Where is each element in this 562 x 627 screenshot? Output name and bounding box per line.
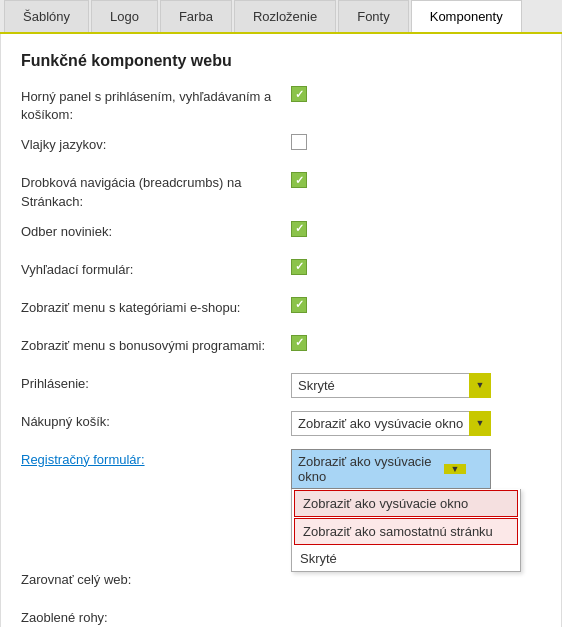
- checkbox-vyhladaci[interactable]: [291, 259, 307, 275]
- control-horny-panel: [291, 86, 541, 102]
- checkbox-menu-kategorie[interactable]: [291, 297, 307, 313]
- label-odber: Odber noviniek:: [21, 221, 291, 241]
- control-nakupny-kosik: SkrytéZobraziť ako vysúvacie oknoZobrazi…: [291, 411, 541, 436]
- dropdown-list-registracny: Zobraziť ako vysúvacie okno Zobraziť ako…: [291, 489, 521, 572]
- row-prihlasenie: Prihlásenie: SkrytéZobraziť ako vysúvaci…: [21, 373, 541, 401]
- label-drobkova: Drobková navigácia (breadcrumbs) na Strá…: [21, 172, 291, 210]
- label-prihlasenie: Prihlásenie:: [21, 373, 291, 393]
- checkbox-odber[interactable]: [291, 221, 307, 237]
- control-prihlasenie: SkrytéZobraziť ako vysúvacie oknoZobrazi…: [291, 373, 541, 398]
- label-horny-panel: Horný panel s prihlásením, vyhľadávaním …: [21, 86, 291, 124]
- label-vlajky: Vlajky jazykov:: [21, 134, 291, 154]
- control-vlajky: [291, 134, 541, 150]
- label-nakupny-kosik: Nákupný košík:: [21, 411, 291, 431]
- row-menu-bonusovy: Zobraziť menu s bonusovými programami:: [21, 335, 541, 363]
- checkbox-menu-bonusovy[interactable]: [291, 335, 307, 351]
- control-menu-kategorie: [291, 297, 541, 313]
- label-zarovnat: Zarovnať celý web:: [21, 569, 291, 589]
- select-kosik[interactable]: SkrytéZobraziť ako vysúvacie oknoZobrazi…: [291, 411, 491, 436]
- dropdown-arrow-registracny[interactable]: [444, 464, 466, 474]
- row-horny-panel: Horný panel s prihlásením, vyhľadávaním …: [21, 86, 541, 124]
- label-registracny[interactable]: Registračný formulár:: [21, 449, 291, 469]
- select-wrapper-kosik: SkrytéZobraziť ako vysúvacie oknoZobrazi…: [291, 411, 491, 436]
- tab-sablony[interactable]: Šablóny: [4, 0, 89, 32]
- tab-rozlozenie[interactable]: Rozloženie: [234, 0, 336, 32]
- tab-logo[interactable]: Logo: [91, 0, 158, 32]
- control-registracny: Zobraziť ako vysúvacie okno Zobraziť ako…: [291, 449, 541, 489]
- row-drobkova: Drobková navigácia (breadcrumbs) na Strá…: [21, 172, 541, 210]
- content-area: Funkčné komponenty webu Horný panel s pr…: [0, 34, 562, 627]
- dropdown-open-container-registracny: Zobraziť ako vysúvacie okno Zobraziť ako…: [291, 449, 491, 489]
- page-title: Funkčné komponenty webu: [21, 52, 541, 70]
- control-drobkova: [291, 172, 541, 188]
- row-registracny: Registračný formulár: Zobraziť ako vysúv…: [21, 449, 541, 489]
- select-wrapper-prihlasenie: SkrytéZobraziť ako vysúvacie oknoZobrazi…: [291, 373, 491, 398]
- checkbox-drobkova[interactable]: [291, 172, 307, 188]
- checkbox-horny-panel[interactable]: [291, 86, 307, 102]
- label-menu-kategorie: Zobraziť menu s kategóriami e-shopu:: [21, 297, 291, 317]
- row-menu-kategorie: Zobraziť menu s kategóriami e-shopu:: [21, 297, 541, 325]
- select-prihlasenie[interactable]: SkrytéZobraziť ako vysúvacie oknoZobrazi…: [291, 373, 491, 398]
- control-vyhladaci: [291, 259, 541, 275]
- tab-bar: Šablóny Logo Farba Rozloženie Fonty Komp…: [0, 0, 562, 34]
- tab-fonty[interactable]: Fonty: [338, 0, 409, 32]
- dropdown-selected-registracny[interactable]: Zobraziť ako vysúvacie okno: [291, 449, 491, 489]
- label-vyhladaci: Vyhľadací formulár:: [21, 259, 291, 279]
- row-nakupny-kosik: Nákupný košík: SkrytéZobraziť ako vysúva…: [21, 411, 541, 439]
- control-menu-bonusovy: [291, 335, 541, 351]
- dropdown-selected-text-registracny: Zobraziť ako vysúvacie okno: [298, 454, 444, 484]
- row-vyhladaci: Vyhľadací formulár:: [21, 259, 541, 287]
- control-odber: [291, 221, 541, 237]
- label-menu-bonusovy: Zobraziť menu s bonusovými programami:: [21, 335, 291, 355]
- dropdown-item-2[interactable]: Zobraziť ako samostatnú stránku: [294, 518, 518, 545]
- row-zaoblene: Zaoblené rohy:: [21, 607, 541, 627]
- tab-komponenty[interactable]: Komponenty: [411, 0, 522, 32]
- row-vlajky: Vlajky jazykov:: [21, 134, 541, 162]
- label-zaoblene: Zaoblené rohy:: [21, 607, 291, 627]
- row-odber: Odber noviniek:: [21, 221, 541, 249]
- checkbox-vlajky[interactable]: [291, 134, 307, 150]
- row-zarovnat: Zarovnať celý web:: [21, 569, 541, 597]
- tab-farba[interactable]: Farba: [160, 0, 232, 32]
- dropdown-item-1[interactable]: Zobraziť ako vysúvacie okno: [294, 490, 518, 517]
- dropdown-item-3[interactable]: Skryté: [292, 546, 520, 571]
